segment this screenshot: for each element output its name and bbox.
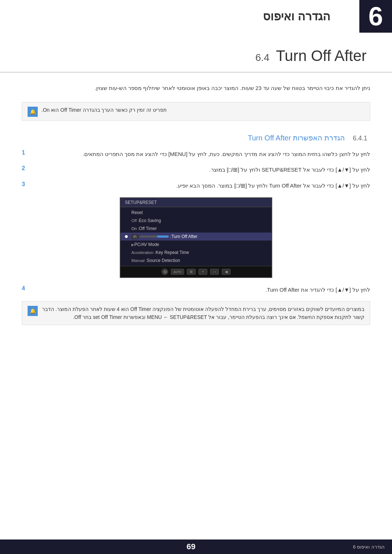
menu-item-eco-saving: Eco Saving : Off [121, 217, 271, 225]
step-2-text: לחץ על [▼/▲] כדי לעבור אל SETUP&RESET ול… [33, 165, 370, 175]
menu-item-key-repeat-label: Key Repeat Time [156, 250, 267, 255]
bar-value: 4h [131, 234, 138, 239]
step-4-text: לחץ על [▼/▲] כדי להגדיר את Turn Off Afte… [33, 285, 370, 295]
note-box-1: תפריט זה זמין רק כאשר הערך בהגדרה Off Ti… [22, 102, 370, 121]
step-2: לחץ על [▼/▲] כדי לעבור אל SETUP&RESET ול… [22, 165, 370, 175]
note-icon-1: 🔔 [28, 107, 38, 117]
step-4: לחץ על [▼/▲] כדי להגדיר את Turn Off Afte… [22, 285, 370, 295]
note-icon-2: 🔔 [28, 306, 38, 316]
ctrl-btn-minus: — [210, 269, 219, 275]
content-area: ניתן להגדיר את כיבוי הטיימר בטווח של שעה… [0, 83, 392, 325]
menu-item-eco-saving-value: : Off [131, 218, 139, 223]
menu-item-eco-saving-label: Eco Saving [139, 218, 267, 223]
section-title-area: 6.4 Turn Off After [0, 33, 392, 73]
note-box-2: במוצרים המיועדים לשווקים באזורים מסוימים… [22, 301, 370, 325]
menu-item-off-timer-label: Off Timer [139, 226, 267, 231]
menu-item-off-timer: Off Timer : On [121, 225, 271, 233]
note-2-text: במוצרים המיועדים לשווקים באזורים מסוימים… [41, 305, 364, 321]
page-header: הגדרה ואיפוס 6 [0, 0, 392, 33]
note-1-text: תפריט זה זמין רק כאשר הערך בהגדרה Off Ti… [41, 106, 167, 114]
step-3: לחץ על [▼/▲] כדי לעבור אל Turn Off After… [22, 181, 370, 190]
page-footer: 69 הגדרה ואיפוס 6 [0, 539, 392, 554]
chapter-number: 6 [368, 3, 383, 29]
note-icon-symbol: 🔔 [30, 109, 36, 115]
menu-screenshot: SETUP&RESET Reset Eco Saving : Off Off T… [120, 197, 272, 278]
menu-item-off-timer-value: : On [131, 226, 139, 231]
bar-fill [157, 235, 169, 238]
step-3-number: 3 [22, 181, 29, 188]
footer-page-number: 69 [187, 542, 195, 551]
step-3-text: לחץ על [▼/▲] כדי לעבור אל Turn Off After… [33, 181, 370, 190]
intro-paragraph: ניתן להגדיר את כיבוי הטיימר בטווח של שעה… [22, 83, 370, 93]
menu-header-label: SETUP&RESET [121, 198, 271, 207]
bar-track [140, 235, 169, 238]
step-1: לחץ על לחצן כלשהו בחזית המוצר כדי להציג … [22, 149, 370, 159]
menu-controls: ◀ — + ⊞ AUTO ⏻ [121, 266, 271, 277]
step-1-number: 1 [22, 149, 29, 156]
note-icon-2-symbol: 🔔 [30, 308, 36, 314]
menu-item-bar: : 4h [131, 234, 171, 239]
ctrl-btn-plus: + [199, 269, 207, 275]
menu-item-source-detection: Source Detection : Manual [121, 257, 271, 264]
section-number: 6.4 [256, 52, 270, 63]
section-title: Turn Off After [276, 47, 367, 65]
menu-item-key-repeat: Key Repeat Time : Acceleration [121, 249, 271, 257]
footer-chapter-text: הגדרה ואיפוס 6 [353, 544, 385, 550]
menu-item-source-detection-value: : Manual [131, 258, 147, 263]
menu-item-turn-off-after: Turn Off After : 4h [121, 233, 271, 241]
menu-item-reset: Reset [121, 209, 271, 217]
sub-section-title: 6.4.1 הגדרת האפשרות Turn Off After [22, 128, 370, 149]
step-1-text: לחץ על לחצן כלשהו בחזית המוצר כדי להציג … [33, 149, 370, 159]
menu-item-turn-off-after-label: Turn Off After [171, 234, 267, 239]
menu-items-list: Reset Eco Saving : Off Off Timer : On Tu… [121, 207, 271, 266]
ctrl-btn-left: ◀ [222, 269, 230, 275]
ctrl-btn-auto: AUTO [171, 269, 184, 275]
ctrl-btn-enter: ⊞ [187, 269, 196, 275]
menu-item-pcav-mode-label: PC/AV Mode [134, 242, 267, 247]
sub-section-number: 6.4.1 [353, 135, 367, 142]
step-2-number: 2 [22, 165, 29, 172]
chapter-title: הגדרה ואיפוס [263, 9, 330, 23]
sub-section-label-blue: הגדרת האפשרות Turn Off After [248, 134, 345, 142]
menu-item-source-detection-label: Source Detection [147, 258, 267, 263]
menu-item-key-repeat-value: : Acceleration [131, 250, 156, 255]
menu-item-pcav-arrow: ▶ [131, 243, 134, 247]
menu-item-pcav-mode: PC/AV Mode ▶ [121, 241, 271, 249]
menu-item-reset-label: Reset [131, 210, 267, 215]
bar-colon: : [170, 234, 171, 239]
step-4-number: 4 [22, 285, 29, 292]
sub-section-label: הגדרת האפשרות Turn Off After [248, 134, 345, 142]
ctrl-btn-power: ⏻ [162, 268, 168, 275]
menu-item-bullet-active [125, 235, 128, 238]
chapter-title-bar: הגדרה ואיפוס [0, 0, 359, 33]
chapter-number-box: 6 [359, 0, 392, 33]
